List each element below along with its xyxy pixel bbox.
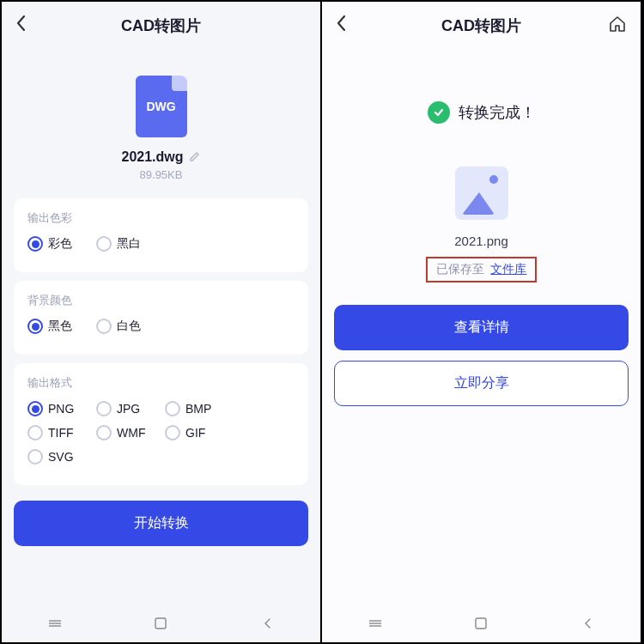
system-nav-bar <box>2 605 320 642</box>
saved-location-row: 已保存至 文件库 <box>426 257 538 283</box>
check-icon <box>428 101 450 124</box>
radio-format-jpg[interactable]: JPG <box>96 401 165 416</box>
output-filename: 2021.png <box>322 234 641 248</box>
edit-icon[interactable] <box>189 150 201 165</box>
start-convert-button[interactable]: 开始转换 <box>14 501 308 546</box>
action-buttons: 查看详情 立即分享 <box>322 298 641 406</box>
radio-icon <box>96 425 112 440</box>
view-details-button[interactable]: 查看详情 <box>334 305 629 350</box>
nav-recent-icon[interactable] <box>48 617 62 630</box>
radio-format-gif[interactable]: GIF <box>165 425 234 440</box>
radio-label: TIFF <box>48 426 74 440</box>
radio-label: GIF <box>185 426 205 440</box>
dwg-file-icon: DWG <box>136 76 187 137</box>
screen-convert-complete: CAD转图片 转换完成！ 2021.png 已保存至 文件库 查看详情 立即分享 <box>322 2 642 642</box>
nav-home-icon[interactable] <box>474 617 488 630</box>
radio-label: PNG <box>48 402 74 416</box>
radio-icon <box>27 319 43 334</box>
image-file-icon <box>455 167 508 220</box>
nav-recent-icon[interactable] <box>368 617 382 630</box>
radio-label: 黑色 <box>48 319 72 334</box>
radio-label: 彩色 <box>48 236 72 252</box>
radio-color-full[interactable]: 彩色 <box>27 236 96 252</box>
radio-label: WMF <box>117 426 145 440</box>
radio-label: BMP <box>185 402 211 416</box>
radio-icon <box>96 319 112 334</box>
radio-icon <box>27 425 43 440</box>
file-name: 2021.dwg <box>121 149 183 165</box>
back-icon[interactable] <box>15 15 26 37</box>
radio-format-bmp[interactable]: BMP <box>165 401 234 416</box>
radio-icon <box>165 401 180 416</box>
radio-label: 黑白 <box>117 236 141 252</box>
system-nav-bar <box>322 605 641 642</box>
radio-color-bw[interactable]: 黑白 <box>96 236 165 252</box>
nav-back-icon[interactable] <box>260 617 274 630</box>
radio-format-svg[interactable]: SVG <box>27 449 96 465</box>
radio-format-wmf[interactable]: WMF <box>96 425 165 440</box>
svg-rect-3 <box>155 618 166 629</box>
nav-back-icon[interactable] <box>580 617 594 630</box>
share-now-button[interactable]: 立即分享 <box>334 361 629 406</box>
radio-bg-black[interactable]: 黑色 <box>27 319 96 334</box>
radio-icon <box>96 236 112 252</box>
nav-home-icon[interactable] <box>154 617 167 630</box>
file-library-link[interactable]: 文件库 <box>490 262 526 277</box>
radio-bg-white[interactable]: 白色 <box>96 319 165 334</box>
file-name-row: 2021.dwg <box>121 149 200 165</box>
radio-group-color: 彩色 黑白 <box>27 236 295 260</box>
radio-group-bg: 黑色 白色 <box>27 319 295 343</box>
radio-format-png[interactable]: PNG <box>27 401 96 416</box>
section-output-format: 输出格式 PNG JPG BMP TIFF WMF GIF SVG <box>14 363 308 485</box>
section-label: 输出格式 <box>27 375 295 391</box>
radio-group-format: PNG JPG BMP TIFF WMF GIF SVG <box>27 401 295 473</box>
success-text: 转换完成！ <box>459 102 536 123</box>
section-label: 输出色彩 <box>27 210 295 226</box>
screen-convert-settings: CAD转图片 DWG 2021.dwg 89.95KB 输出色彩 彩色 黑白 背… <box>2 2 322 642</box>
radio-icon <box>165 425 180 440</box>
radio-icon <box>27 236 43 252</box>
section-output-color: 输出色彩 彩色 黑白 <box>14 198 308 272</box>
radio-icon <box>96 401 112 416</box>
content-area: DWG 2021.dwg 89.95KB 输出色彩 彩色 黑白 背景颜色 黑色 … <box>2 50 320 605</box>
page-title: CAD转图片 <box>121 15 201 36</box>
svg-rect-7 <box>476 618 486 629</box>
file-size: 89.95KB <box>140 168 183 181</box>
section-bg-color: 背景颜色 黑色 白色 <box>14 281 308 355</box>
radio-icon <box>27 449 43 465</box>
file-badge: DWG <box>146 100 175 113</box>
radio-label: 白色 <box>117 319 141 334</box>
file-preview: DWG 2021.dwg 89.95KB <box>14 50 308 198</box>
back-icon[interactable] <box>336 15 346 37</box>
section-label: 背景颜色 <box>27 293 295 308</box>
radio-icon <box>27 401 43 416</box>
header: CAD转图片 <box>2 2 320 50</box>
radio-format-tiff[interactable]: TIFF <box>27 425 96 440</box>
radio-label: JPG <box>117 402 140 416</box>
page-title: CAD转图片 <box>441 15 521 36</box>
header: CAD转图片 <box>322 2 641 50</box>
radio-label: SVG <box>48 450 74 464</box>
saved-label: 已保存至 <box>436 262 484 277</box>
success-banner: 转换完成！ <box>322 101 641 124</box>
home-icon[interactable] <box>608 15 627 37</box>
